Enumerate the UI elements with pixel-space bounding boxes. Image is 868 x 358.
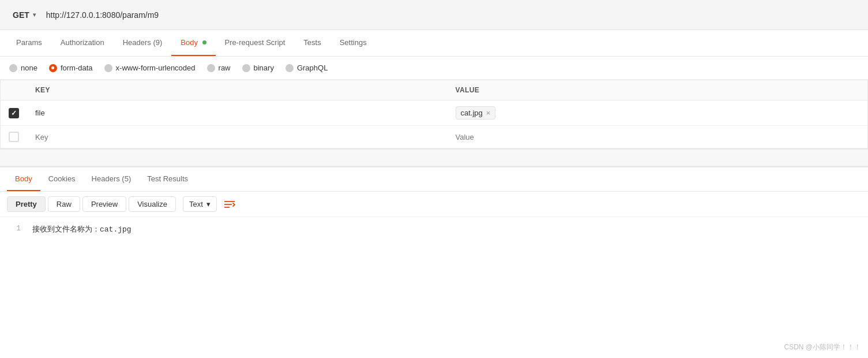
radio-none[interactable]: none (9, 64, 37, 72)
response-section: Body Cookies Headers (5) Test Results Pr… (0, 166, 868, 241)
col-value: VALUE (448, 80, 868, 100)
tab-params[interactable]: Params (7, 30, 51, 56)
row2-value-cell (448, 126, 868, 148)
text-dropdown-label: Text (189, 200, 203, 208)
row2-checkbox-cell (1, 126, 27, 148)
url-bar: GET ▾ (0, 0, 868, 30)
table-row-empty (1, 126, 867, 148)
code-content-1: 接收到文件名称为：cat.jpg (32, 224, 131, 234)
file-tag-remove[interactable]: × (486, 109, 491, 117)
response-tabs: Body Cookies Headers (5) Test Results (0, 167, 868, 192)
format-raw[interactable]: Raw (48, 196, 80, 212)
resp-tab-cookies[interactable]: Cookies (40, 167, 84, 191)
row1-checkbox-cell (1, 100, 27, 126)
file-tag: cat.jpg × (456, 106, 496, 120)
file-tag-name: cat.jpg (461, 109, 483, 117)
radio-circle-none (9, 64, 17, 72)
wrap-icon[interactable] (219, 197, 240, 212)
main-container: GET ▾ Params Authorization Headers (9) B… (0, 0, 868, 358)
method-label: GET (13, 10, 29, 20)
params-table-wrapper: KEY VALUE cat.jpg × (0, 80, 868, 149)
body-dot (202, 40, 206, 44)
resp-tab-body[interactable]: Body (7, 167, 40, 191)
row2-key-input[interactable] (35, 133, 439, 141)
row1-key-input[interactable] (35, 109, 439, 117)
text-type-dropdown[interactable]: Text ▾ (183, 196, 217, 212)
format-pretty[interactable]: Pretty (7, 196, 46, 212)
watermark: CSDN @小陈同学！！！ (784, 342, 861, 352)
col-key: KEY (27, 80, 448, 100)
radio-circle-urlencoded (104, 64, 112, 72)
format-preview[interactable]: Preview (82, 196, 126, 212)
format-visualize[interactable]: Visualize (129, 196, 176, 212)
row1-value-cell: cat.jpg × (448, 100, 868, 126)
text-dropdown-chevron: ▾ (206, 200, 211, 208)
radio-circle-binary (242, 64, 250, 72)
method-chevron: ▾ (33, 12, 36, 18)
request-tabs: Params Authorization Headers (9) Body Pr… (0, 30, 868, 57)
radio-binary[interactable]: binary (242, 64, 274, 72)
radio-form-data[interactable]: form-data (49, 64, 93, 72)
row1-checkbox[interactable] (9, 108, 19, 118)
tab-tests[interactable]: Tests (294, 30, 330, 56)
tab-body[interactable]: Body (171, 30, 215, 56)
radio-circle-graphql (285, 64, 294, 72)
radio-urlencoded[interactable]: x-www-form-urlencoded (104, 64, 196, 72)
method-select[interactable]: GET ▾ (7, 7, 42, 23)
row2-key-cell (27, 126, 448, 148)
response-divider (0, 149, 868, 166)
tab-headers[interactable]: Headers (9) (114, 30, 172, 56)
resp-tab-test-results[interactable]: Test Results (139, 167, 196, 191)
radio-graphql[interactable]: GraphQL (285, 64, 328, 72)
table-row: cat.jpg × (1, 100, 867, 126)
line-number-1: 1 (9, 224, 21, 234)
code-line-1: 1 接收到文件名称为：cat.jpg (9, 224, 859, 234)
url-input[interactable] (42, 7, 861, 23)
row2-value-input[interactable] (456, 133, 860, 141)
format-toolbar: Pretty Raw Preview Visualize Text ▾ (0, 192, 868, 217)
radio-circle-raw (207, 64, 215, 72)
code-area: 1 接收到文件名称为：cat.jpg (0, 217, 868, 241)
radio-circle-form-data (49, 64, 57, 72)
tab-authorization[interactable]: Authorization (51, 30, 114, 56)
tab-prerequest[interactable]: Pre-request Script (216, 30, 295, 56)
radio-raw[interactable]: raw (207, 64, 231, 72)
resp-tab-headers[interactable]: Headers (5) (84, 167, 140, 191)
tab-settings[interactable]: Settings (330, 30, 376, 56)
body-type-row: none form-data x-www-form-urlencoded raw… (0, 57, 868, 80)
row1-key-cell (27, 100, 448, 126)
col-checkbox (1, 80, 27, 100)
params-table: KEY VALUE cat.jpg × (1, 80, 867, 148)
row2-checkbox[interactable] (9, 132, 19, 142)
